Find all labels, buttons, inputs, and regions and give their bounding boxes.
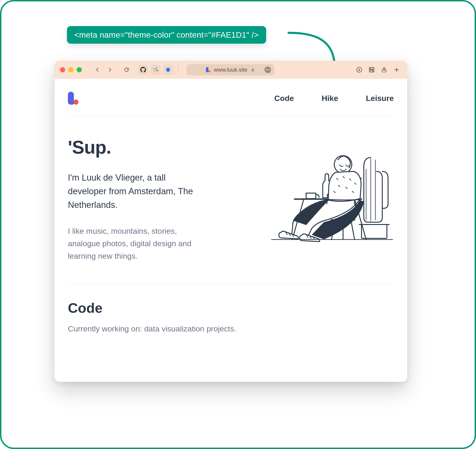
svg-rect-3 xyxy=(156,70,158,71)
hero-likes: I like music, mountains, stories, analog… xyxy=(68,225,211,262)
nav-link-leisure[interactable]: Leisure xyxy=(366,94,394,103)
svg-point-4 xyxy=(166,68,170,72)
extension-icon[interactable] xyxy=(163,65,173,75)
toolbar-separator xyxy=(178,66,178,74)
primary-nav: Code Hike Leisure xyxy=(274,94,394,103)
site-header: Code Hike Leisure xyxy=(68,92,394,116)
forward-button[interactable] xyxy=(105,65,115,75)
code-section-heading: Code xyxy=(68,300,394,316)
address-url-text: www.luuk.site xyxy=(214,67,247,73)
lock-icon xyxy=(251,67,255,72)
svg-rect-7 xyxy=(251,69,254,71)
nav-link-code[interactable]: Code xyxy=(274,94,294,103)
slack-extension-icon[interactable] xyxy=(151,65,161,75)
zoom-window-button[interactable] xyxy=(77,67,82,72)
site-logo[interactable] xyxy=(68,92,79,105)
notion-extension-icon[interactable] xyxy=(367,65,377,75)
hero-section: 'Sup. I'm Luuk de Vlieger, a tall develo… xyxy=(68,116,394,262)
site-settings-icon[interactable]: ••• xyxy=(265,67,271,73)
hero-heading: 'Sup. xyxy=(68,137,229,158)
page-content: Code Hike Leisure 'Sup. I'm Luuk de Vlie… xyxy=(55,79,407,333)
back-button[interactable] xyxy=(92,65,102,75)
browser-toolbar: www.luuk.site ••• xyxy=(55,61,407,79)
hero-intro: I'm Luuk de Vlieger, a tall developer fr… xyxy=(68,171,202,212)
hero-illustration xyxy=(239,137,394,262)
svg-point-6 xyxy=(209,70,210,72)
reload-button[interactable] xyxy=(121,65,132,75)
site-favicon-icon xyxy=(206,67,210,72)
downloads-button[interactable] xyxy=(354,65,364,75)
meta-theme-color-callout: <meta name="theme-color" content="#FAE1D… xyxy=(67,26,266,44)
new-tab-button[interactable] xyxy=(391,65,402,75)
svg-rect-0 xyxy=(156,67,157,69)
svg-line-35 xyxy=(351,220,355,240)
code-section-body: Currently working on: data visualization… xyxy=(68,324,394,333)
github-extension-icon[interactable] xyxy=(138,65,148,75)
window-controls xyxy=(60,67,82,72)
svg-rect-2 xyxy=(154,70,155,72)
nav-link-hike[interactable]: Hike xyxy=(322,94,338,103)
svg-rect-1 xyxy=(153,69,155,69)
minimize-window-button[interactable] xyxy=(68,67,74,72)
code-section: Code Currently working on: data visualiz… xyxy=(68,285,394,333)
address-bar[interactable]: www.luuk.site ••• xyxy=(187,64,274,75)
close-window-button[interactable] xyxy=(60,67,65,72)
browser-window: www.luuk.site ••• xyxy=(55,61,407,382)
share-button[interactable] xyxy=(379,65,389,75)
svg-rect-5 xyxy=(206,67,209,72)
